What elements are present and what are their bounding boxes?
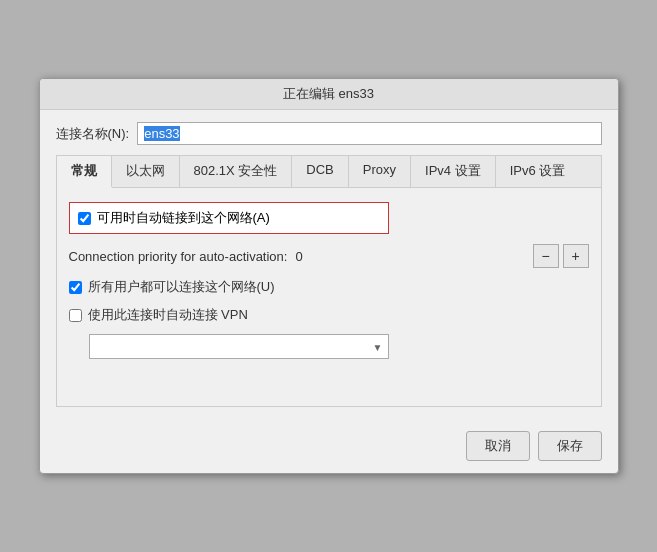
save-button[interactable]: 保存 [538, 431, 602, 461]
tab-general[interactable]: 常规 [57, 156, 112, 188]
auto-connect-checkbox[interactable] [78, 212, 91, 225]
tab-security[interactable]: 802.1X 安全性 [180, 156, 293, 187]
tab-ipv6[interactable]: IPv6 设置 [496, 156, 580, 187]
priority-plus-button[interactable]: + [563, 244, 589, 268]
all-users-label[interactable]: 所有用户都可以连接这个网络(U) [88, 278, 275, 296]
dialog-body: 连接名称(N): 常规 以太网 802.1X 安全性 DCB Proxy IPv… [40, 110, 618, 423]
all-users-checkbox[interactable] [69, 281, 82, 294]
auto-vpn-checkbox[interactable] [69, 309, 82, 322]
cancel-button[interactable]: 取消 [466, 431, 530, 461]
priority-row: Connection priority for auto-activation:… [69, 244, 589, 268]
connection-name-row: 连接名称(N): [56, 122, 602, 145]
connection-name-input[interactable] [137, 122, 601, 145]
connection-name-label: 连接名称(N): [56, 125, 130, 143]
dialog-title: 正在编辑 ens33 [40, 79, 618, 110]
edit-connection-dialog: 正在编辑 ens33 连接名称(N): 常规 以太网 802.1X 安全性 DC… [39, 78, 619, 474]
tab-proxy[interactable]: Proxy [349, 156, 411, 187]
vpn-dropdown-row [89, 334, 589, 359]
priority-value: 0 [295, 249, 315, 264]
tabs-row: 常规 以太网 802.1X 安全性 DCB Proxy IPv4 设置 IPv6… [56, 155, 602, 187]
auto-connect-label[interactable]: 可用时自动链接到这个网络(A) [78, 209, 270, 227]
tab-ipv4[interactable]: IPv4 设置 [411, 156, 496, 187]
tab-content-general: 可用时自动链接到这个网络(A) Connection priority for … [56, 187, 602, 407]
tab-ethernet[interactable]: 以太网 [112, 156, 180, 187]
vpn-select[interactable] [89, 334, 389, 359]
auto-vpn-row: 使用此连接时自动连接 VPN [69, 306, 589, 324]
priority-label: Connection priority for auto-activation: [69, 249, 288, 264]
vpn-dropdown-wrapper [89, 334, 389, 359]
auto-vpn-label[interactable]: 使用此连接时自动连接 VPN [88, 306, 248, 324]
all-users-row: 所有用户都可以连接这个网络(U) [69, 278, 589, 296]
priority-minus-button[interactable]: − [533, 244, 559, 268]
dialog-footer: 取消 保存 [40, 423, 618, 473]
tab-dcb[interactable]: DCB [292, 156, 348, 187]
auto-connect-row: 可用时自动链接到这个网络(A) [69, 202, 389, 234]
